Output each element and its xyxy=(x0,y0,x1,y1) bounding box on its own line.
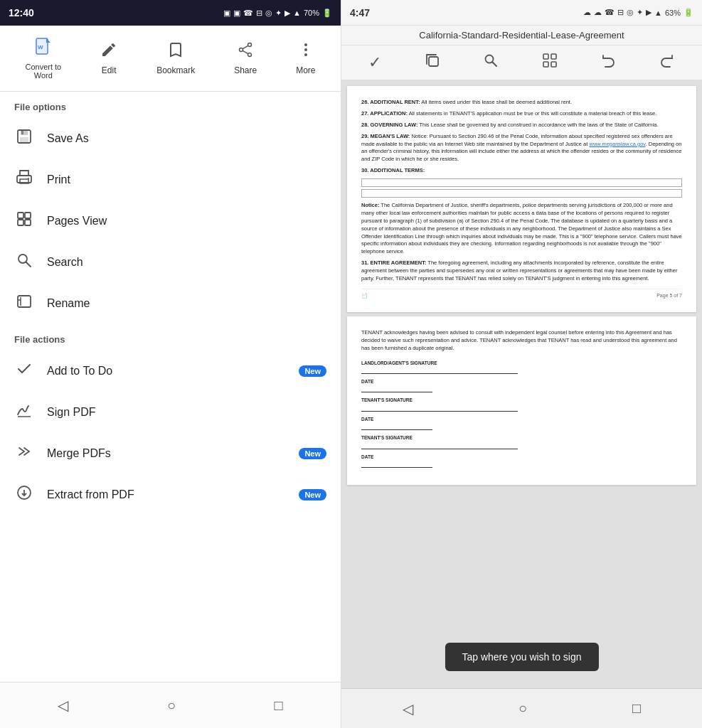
merge-pdfs-label: Merge PDFs xyxy=(47,447,286,460)
sign-pdf-label: Sign PDF xyxy=(47,406,326,419)
extract-icon xyxy=(14,484,34,505)
bottom-nav-left: ◁ ○ □ xyxy=(0,682,341,728)
recent-button-right[interactable]: □ xyxy=(627,695,647,722)
svg-rect-19 xyxy=(25,220,31,225)
home-button-left[interactable]: ○ xyxy=(161,692,181,719)
right-panel: 4:47 ☁ ☁ ☎ ⊟ ◎ ✦ ▶ ▲ 63% 🔋 California-St… xyxy=(341,0,702,728)
share-button[interactable]: Share xyxy=(227,37,264,80)
rename-icon xyxy=(14,293,34,314)
tap-tooltip: Tap where you wish to sign xyxy=(445,643,598,671)
merge-icon xyxy=(14,443,34,464)
pdf-doc-title: California-Standard-Residential-Lease-Ag… xyxy=(341,26,702,46)
bookmark-icon xyxy=(167,41,184,63)
save-icon xyxy=(14,128,34,149)
search-label: Search xyxy=(47,256,326,269)
svg-point-9 xyxy=(304,53,307,56)
svg-rect-16 xyxy=(18,213,23,218)
rename-item[interactable]: Rename xyxy=(0,283,341,324)
left-panel: 12:40 ▣ ▣ ☎ ⊟ ◎ ✦ ▶ ▲ ▣ ▣ ☎ ☰ ◎ ✦ )) ▲ 7… xyxy=(0,0,341,728)
svg-rect-18 xyxy=(18,220,23,225)
bookmark-button[interactable]: Bookmark xyxy=(149,37,202,80)
svg-rect-17 xyxy=(25,213,31,218)
svg-rect-32 xyxy=(551,54,556,59)
undo-button[interactable] xyxy=(595,50,622,75)
status-icons-left: ▣ ▣ ☎ ⊟ ◎ ✦ ▶ ▲ ▣ ▣ ☎ ☰ ◎ ✦ )) ▲ 70% 70%… xyxy=(223,9,332,18)
more-label: More xyxy=(296,65,315,75)
svg-line-30 xyxy=(493,63,497,67)
file-options-list: Save As Print xyxy=(0,118,341,324)
pdf-content: 26. ADDITIONAL RENT: All items owed unde… xyxy=(341,80,702,688)
status-time-right: 4:47 xyxy=(350,7,370,18)
merge-pdfs-badge: New xyxy=(299,448,326,459)
convert-word-icon: W xyxy=(34,37,53,60)
merge-pdfs-item[interactable]: Merge PDFs New xyxy=(0,433,341,474)
pencil-icon xyxy=(100,41,117,63)
edit-label: Edit xyxy=(102,65,117,75)
convert-to-word-button[interactable]: W Convert toWord xyxy=(18,33,68,84)
svg-rect-12 xyxy=(21,131,23,134)
extract-from-pdf-badge: New xyxy=(299,489,326,500)
pdf-toolbar: ✓ xyxy=(341,46,702,80)
pdf-page-2: TENANT acknowledges having been advised … xyxy=(347,316,696,485)
add-to-todo-item[interactable]: Add to To Do New xyxy=(0,350,341,392)
svg-rect-28 xyxy=(429,57,438,66)
tenant-date-row-2: DATE xyxy=(361,454,682,468)
copy-button[interactable] xyxy=(419,50,446,75)
search-button-pdf[interactable] xyxy=(477,50,504,75)
recent-button-left[interactable]: □ xyxy=(269,692,289,719)
print-icon xyxy=(14,169,34,191)
back-button-left[interactable]: ◁ xyxy=(52,691,74,719)
home-button-right[interactable]: ○ xyxy=(513,695,533,722)
svg-rect-33 xyxy=(543,62,548,67)
search-item[interactable]: Search xyxy=(0,242,341,283)
svg-point-7 xyxy=(304,43,307,46)
print-label: Print xyxy=(47,173,326,186)
status-bar-left: 12:40 ▣ ▣ ☎ ⊟ ◎ ✦ ▶ ▲ ▣ ▣ ☎ ☰ ◎ ✦ )) ▲ 7… xyxy=(0,0,341,26)
extract-from-pdf-item[interactable]: Extract from PDF New xyxy=(0,474,341,515)
extract-from-pdf-label: Extract from PDF xyxy=(47,488,286,501)
svg-line-21 xyxy=(26,262,31,267)
share-icon xyxy=(237,41,254,63)
status-bar-right: 4:47 ☁ ☁ ☎ ⊟ ◎ ✦ ▶ ▲ 63% 🔋 xyxy=(341,0,702,26)
add-to-todo-label: Add to To Do xyxy=(47,365,286,378)
save-as-item[interactable]: Save As xyxy=(0,118,341,159)
convert-to-word-label: Convert toWord xyxy=(25,63,61,80)
tenant-date-row-1: DATE xyxy=(361,416,682,430)
sign-icon xyxy=(14,402,34,423)
edit-button[interactable]: Edit xyxy=(93,37,124,80)
save-as-label: Save As xyxy=(47,132,326,145)
svg-line-6 xyxy=(243,50,248,53)
pages-icon xyxy=(14,210,34,232)
additional-terms-field xyxy=(361,178,682,187)
landlord-date-row: DATE xyxy=(361,378,682,392)
bookmark-label: Bookmark xyxy=(156,65,195,75)
pdf-page-1: 26. ADDITIONAL RENT: All items owed unde… xyxy=(347,86,696,312)
tenant-signature-row-1: TENANT'S SIGNATURE xyxy=(361,397,682,411)
toolbar: W Convert toWord Edit Bookmark xyxy=(0,26,341,92)
print-item[interactable]: Print xyxy=(0,159,341,200)
todo-icon xyxy=(14,360,34,382)
svg-point-4 xyxy=(248,53,252,57)
back-button-right[interactable]: ◁ xyxy=(397,695,419,723)
svg-point-8 xyxy=(304,48,307,51)
more-button[interactable]: More xyxy=(289,37,322,80)
page-footer-1: 📄 Page 5 of 7 xyxy=(361,289,682,299)
svg-rect-31 xyxy=(543,54,548,59)
add-to-todo-badge: New xyxy=(299,365,326,377)
bottom-nav-right: ◁ ○ □ xyxy=(341,688,702,728)
svg-point-3 xyxy=(240,48,243,52)
check-button[interactable]: ✓ xyxy=(363,50,387,75)
svg-line-5 xyxy=(243,46,248,48)
rename-label: Rename xyxy=(47,297,326,310)
svg-text:W: W xyxy=(38,44,43,50)
page2-intro: TENANT acknowledges having been advised … xyxy=(361,329,682,353)
grid-button[interactable] xyxy=(536,50,563,75)
share-label: Share xyxy=(234,65,257,75)
sign-pdf-item[interactable]: Sign PDF xyxy=(0,392,341,433)
status-icons-right: ☁ ☁ ☎ ⊟ ◎ ✦ ▶ ▲ 63% 🔋 xyxy=(583,8,693,17)
redo-button[interactable] xyxy=(654,50,681,75)
svg-rect-22 xyxy=(18,296,31,307)
file-actions-list: Add to To Do New Sign PDF Merge PDFs xyxy=(0,350,341,515)
pages-view-item[interactable]: Pages View xyxy=(0,200,341,242)
additional-terms-field-2 xyxy=(361,189,682,198)
